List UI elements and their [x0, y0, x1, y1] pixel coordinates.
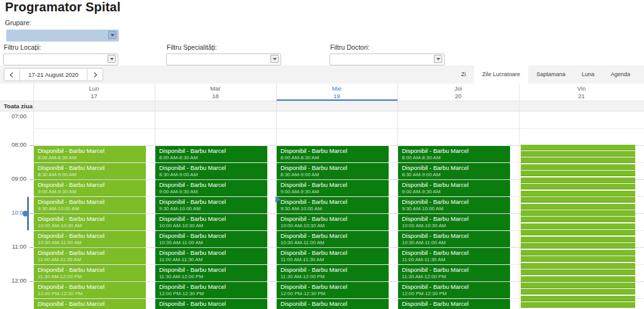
- day-number: 20: [397, 93, 519, 100]
- appointment-block[interactable]: Disponibil - Barbu Marcel10:30 AM-11:00 …: [398, 231, 510, 247]
- appointment-block[interactable]: Disponibil - Barbu Marcel12:00 PM-12:30 …: [155, 282, 267, 298]
- appointment-block[interactable]: Disponibil - Barbu Marcel8:30 AM-9:00 AM: [398, 163, 510, 179]
- appointment-stripe[interactable]: [521, 204, 635, 210]
- grupare-dropdown[interactable]: [6, 29, 119, 41]
- appointment-block[interactable]: Disponibil - Barbu Marcel12:30 PM-1:00 P…: [34, 299, 146, 309]
- appointment-block[interactable]: Disponibil - Barbu Marcel11:00 AM-11:30 …: [277, 248, 389, 264]
- appointment-time: 10:30 AM-11:00 AM: [402, 240, 506, 246]
- appointment-stripe[interactable]: [521, 283, 635, 288]
- appointment-stripe[interactable]: [521, 237, 635, 242]
- appointment-title: Disponibil - Barbu Marcel: [280, 164, 385, 172]
- appointment-block[interactable]: Disponibil - Barbu Marcel10:00 AM-10:30 …: [277, 214, 389, 230]
- appointment-stripe[interactable]: [521, 145, 635, 150]
- appointment-block[interactable]: Disponibil - Barbu Marcel12:00 PM-12:30 …: [398, 282, 510, 298]
- appointment-stripe[interactable]: [521, 243, 635, 249]
- appointment-block[interactable]: Disponibil - Barbu Marcel9:30 AM-10:00 A…: [155, 197, 267, 213]
- appointment-block[interactable]: Disponibil - Barbu Marcel11:00 AM-11:30 …: [155, 248, 267, 264]
- appointment-block[interactable]: Disponibil - Barbu Marcel10:00 AM-10:30 …: [34, 214, 146, 230]
- filtru-locatii-dropdown[interactable]: [3, 53, 118, 65]
- day-header-lun[interactable]: Lun17: [33, 84, 155, 101]
- appointment-block[interactable]: Disponibil - Barbu Marcel12:30 PM-1:00 P…: [398, 299, 510, 309]
- appointment-stripe[interactable]: [521, 263, 635, 269]
- appointment-stripe[interactable]: [521, 164, 635, 170]
- appointment-stripe[interactable]: [521, 269, 635, 275]
- appointment-stripe[interactable]: [521, 256, 635, 262]
- appointment-block[interactable]: Disponibil - Barbu Marcel11:00 AM-11:30 …: [34, 248, 146, 264]
- grupare-input[interactable]: [6, 30, 119, 42]
- filtru-specialitati-dropdown-button[interactable]: [270, 55, 279, 63]
- appointment-time: 10:00 AM-10:30 AM: [159, 223, 264, 229]
- appointment-block[interactable]: Disponibil - Barbu Marcel12:30 PM-1:00 P…: [155, 299, 267, 309]
- appointment-block[interactable]: Disponibil - Barbu Marcel10:30 AM-11:00 …: [155, 231, 267, 247]
- appointment-stripe[interactable]: [521, 191, 635, 196]
- filtru-doctori-dropdown-button[interactable]: [434, 55, 442, 63]
- appointment-stripe[interactable]: [521, 151, 635, 157]
- filtru-doctori-dropdown[interactable]: [330, 53, 445, 65]
- appointment-block[interactable]: Disponibil - Barbu Marcel9:00 AM-9:30 AM: [34, 180, 146, 196]
- appointment-block[interactable]: Disponibil - Barbu Marcel9:00 AM-9:30 AM: [277, 180, 389, 196]
- appointment-stripe[interactable]: [521, 250, 635, 256]
- filtru-doctori-input[interactable]: [330, 53, 445, 65]
- appointment-block[interactable]: Disponibil - Barbu Marcel9:30 AM-10:00 A…: [34, 197, 146, 213]
- prev-date-button[interactable]: [4, 69, 19, 81]
- filtru-specialitati-dropdown[interactable]: [166, 53, 281, 65]
- tab-agenda[interactable]: Agenda: [602, 65, 638, 84]
- tab-zile-lucratoare[interactable]: Zile Lucratoare: [474, 65, 528, 84]
- appointment-stripe[interactable]: [521, 177, 635, 183]
- appointment-stripe[interactable]: [521, 210, 635, 216]
- appointment-block[interactable]: Disponibil - Barbu Marcel11:30 AM-12:00 …: [277, 265, 389, 281]
- appointment-time: 12:00 PM-12:30 PM: [159, 291, 264, 297]
- appointment-block[interactable]: Disponibil - Barbu Marcel8:00 AM-8:30 AM: [277, 146, 389, 162]
- appointment-block[interactable]: Disponibil - Barbu Marcel8:00 AM-8:30 AM: [155, 146, 267, 162]
- day-header-joi[interactable]: Joi20: [397, 84, 519, 101]
- appointment-block[interactable]: Disponibil - Barbu Marcel10:00 AM-10:30 …: [155, 214, 267, 230]
- filtru-locatii-dropdown-button[interactable]: [108, 55, 116, 63]
- appointment-block[interactable]: Disponibil - Barbu Marcel11:30 AM-12:00 …: [398, 265, 510, 281]
- appointment-block[interactable]: Disponibil - Barbu Marcel9:00 AM-9:30 AM: [398, 180, 510, 196]
- appointment-stripe[interactable]: [521, 197, 635, 203]
- appointment-stripe[interactable]: [521, 223, 635, 229]
- day-header-mar[interactable]: Mar18: [155, 84, 276, 101]
- appointment-stripe[interactable]: [521, 157, 635, 163]
- filtru-locatii-input[interactable]: [3, 53, 118, 65]
- tab-luna[interactable]: Luna: [574, 65, 602, 84]
- appointment-time: 8:30 AM-9:00 AM: [38, 172, 142, 178]
- appointment-block[interactable]: Disponibil - Barbu Marcel9:30 AM-10:00 A…: [398, 197, 510, 213]
- appointment-stripe[interactable]: [521, 276, 635, 282]
- appointment-stripe[interactable]: [521, 230, 635, 235]
- appointment-block[interactable]: Disponibil - Barbu Marcel12:00 PM-12:30 …: [34, 282, 146, 298]
- appointment-title: Disponibil - Barbu Marcel: [38, 266, 142, 274]
- appointment-stripe[interactable]: [521, 302, 635, 308]
- appointment-block[interactable]: Disponibil - Barbu Marcel8:00 AM-8:30 AM: [398, 146, 510, 162]
- day-header-mie[interactable]: Mie19: [276, 84, 397, 101]
- date-range-label[interactable]: 17-21 August 2020: [19, 69, 87, 81]
- appointment-stripe[interactable]: [521, 289, 635, 295]
- appointment-stripe[interactable]: [521, 171, 635, 176]
- appointment-block[interactable]: Disponibil - Barbu Marcel12:30 PM-1:00 P…: [277, 299, 389, 309]
- appointment-block[interactable]: Disponibil - Barbu Marcel9:30 AM-10:00 A…: [277, 197, 389, 213]
- appointment-block[interactable]: Disponibil - Barbu Marcel8:00 AM-8:30 AM: [34, 146, 146, 162]
- appointment-title: Disponibil - Barbu Marcel: [159, 300, 264, 308]
- tab-saptamana[interactable]: Saptamana: [528, 65, 574, 84]
- appointment-block[interactable]: Disponibil - Barbu Marcel10:30 AM-11:00 …: [277, 231, 389, 247]
- appointment-block[interactable]: Disponibil - Barbu Marcel8:30 AM-9:00 AM: [155, 163, 267, 179]
- tab-zi[interactable]: Zi: [453, 65, 474, 84]
- appointment-block[interactable]: Disponibil - Barbu Marcel11:30 AM-12:00 …: [34, 265, 146, 281]
- appointment-stripe[interactable]: [521, 216, 635, 222]
- appointment-stripe[interactable]: [521, 296, 635, 301]
- next-date-button[interactable]: [87, 69, 103, 81]
- appointment-block[interactable]: Disponibil - Barbu Marcel10:00 AM-10:30 …: [398, 214, 510, 230]
- appointment-block[interactable]: Disponibil - Barbu Marcel12:00 PM-12:30 …: [277, 282, 389, 298]
- appointment-block[interactable]: Disponibil - Barbu Marcel9:00 AM-9:30 AM: [155, 180, 267, 196]
- appointment-block[interactable]: Disponibil - Barbu Marcel10:30 AM-11:00 …: [34, 231, 146, 247]
- appointment-time: 9:00 AM-9:30 AM: [159, 189, 264, 195]
- appointment-title: Disponibil - Barbu Marcel: [159, 266, 264, 274]
- appointment-block[interactable]: Disponibil - Barbu Marcel11:30 AM-12:00 …: [155, 265, 267, 281]
- appointment-block[interactable]: Disponibil - Barbu Marcel11:00 AM-11:30 …: [398, 248, 510, 264]
- appointment-block[interactable]: Disponibil - Barbu Marcel8:30 AM-9:00 AM: [277, 163, 389, 179]
- filtru-specialitati-input[interactable]: [166, 53, 281, 65]
- grupare-dropdown-button[interactable]: [108, 31, 116, 39]
- appointment-block[interactable]: Disponibil - Barbu Marcel8:30 AM-9:00 AM: [34, 163, 146, 179]
- appointment-stripe[interactable]: [521, 184, 635, 189]
- day-header-vin[interactable]: Vin21: [519, 84, 644, 101]
